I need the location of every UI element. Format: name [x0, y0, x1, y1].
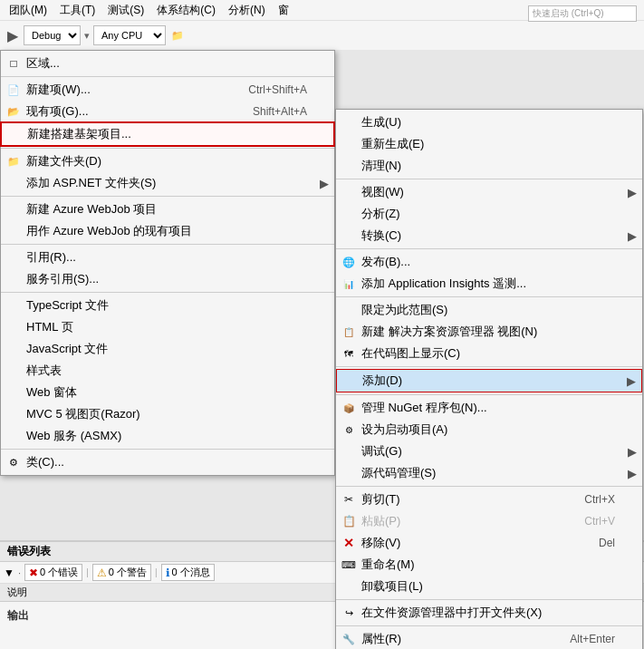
menu-item-region[interactable]: □ 区域...	[1, 53, 334, 74]
right-separator-4	[336, 366, 642, 367]
right-separator-7	[336, 599, 642, 600]
menu-item-paste: 📋 粘贴(P) Ctrl+V	[336, 510, 642, 532]
menu-team[interactable]: 团队(M)	[4, 1, 53, 20]
new-item-icon: 📄	[5, 84, 23, 96]
warning-count-badge[interactable]: ⚠ 0 个警告	[92, 564, 151, 581]
right-separator-8	[336, 625, 642, 626]
menu-item-view[interactable]: 视图(W) ▶	[336, 181, 642, 203]
quick-launch[interactable]: 快速启动 (Ctrl+Q)	[528, 5, 637, 22]
menu-item-azure-webjob[interactable]: 新建 Azure WebJob 项目	[1, 199, 334, 220]
menu-item-remove[interactable]: ✕ 移除(V) Del	[336, 532, 642, 554]
menu-item-properties[interactable]: 🔧 属性(R) Alt+Enter	[336, 628, 642, 649]
menu-item-set-startup[interactable]: ⚙ 设为启动项目(A)	[336, 419, 642, 441]
quick-launch-placeholder: 快速启动 (Ctrl+Q)	[533, 7, 604, 20]
source-control-arrow: ▶	[628, 467, 637, 480]
error-count-badge[interactable]: ✖ 0 个错误	[24, 564, 82, 581]
paste-icon: 📋	[340, 515, 358, 528]
menu-item-existing-item[interactable]: 📂 现有项(G)... Shift+Alt+A	[1, 101, 334, 122]
menu-item-rebuild[interactable]: 重新生成(E)	[336, 133, 642, 155]
menu-item-typescript[interactable]: TypeScript 文件	[1, 295, 334, 316]
vs-toolbar-row: ▶ Debug ▾ Any CPU 📁	[0, 20, 644, 50]
class-icon: ⚙	[5, 457, 23, 469]
menu-item-debug[interactable]: 调试(G) ▶	[336, 441, 642, 462]
menu-item-class[interactable]: ⚙ 类(C)...	[1, 451, 334, 473]
menu-item-build[interactable]: 生成(U)	[336, 111, 642, 133]
menu-analyze[interactable]: 分析(N)	[223, 1, 271, 20]
aspnet-arrow: ▶	[320, 177, 329, 190]
add-arrow: ▶	[627, 374, 636, 388]
vs-toolbar: 团队(M) 工具(T) 测试(S) 体系结构(C) 分析(N) 窗 快速启动 (…	[0, 0, 644, 50]
badge-separator-2: |	[155, 567, 158, 577]
menu-separator-5	[1, 292, 334, 293]
solution-explorer-icon[interactable]: 📁	[171, 30, 184, 42]
menu-item-add[interactable]: 添加(D) ▶	[336, 369, 642, 392]
view-arrow: ▶	[628, 186, 637, 199]
menu-item-new-scaffold[interactable]: 新建搭建基架项目...	[1, 122, 334, 146]
properties-icon: 🔧	[340, 634, 358, 645]
menu-item-new-folder[interactable]: 📁 新建文件夹(D)	[1, 150, 334, 172]
menu-item-unload[interactable]: 卸载项目(L)	[336, 576, 642, 597]
menu-item-analyze[interactable]: 分析(Z)	[336, 203, 642, 225]
menu-tools[interactable]: 工具(T)	[54, 1, 101, 20]
message-icon: ℹ	[166, 567, 170, 579]
menu-item-new-solution-view[interactable]: 📋 新建 解决方案资源管理器 视图(N)	[336, 321, 642, 343]
startup-icon: ⚙	[340, 425, 358, 435]
menu-item-html[interactable]: HTML 页	[1, 316, 334, 338]
cpu-platform-select[interactable]: Any CPU	[93, 25, 166, 45]
right-separator-1	[336, 179, 642, 179]
toolbar-arrow-icon[interactable]: ▶	[4, 27, 22, 44]
vs-menu-bar: 团队(M) 工具(T) 测试(S) 体系结构(C) 分析(N) 窗 快速启动 (…	[0, 0, 644, 20]
filter-icon[interactable]: ▼	[4, 567, 14, 579]
menu-item-source-control[interactable]: 源代码管理(S) ▶	[336, 462, 642, 484]
error-icon: ✖	[29, 567, 38, 579]
menu-item-web-service[interactable]: Web 服务 (ASMX)	[1, 425, 334, 447]
filter-separator: ·	[18, 567, 21, 578]
output-label: 输出	[7, 608, 29, 624]
open-folder-icon: ↪	[340, 607, 358, 619]
message-count-badge[interactable]: ℹ 0 个消息	[161, 564, 215, 581]
rename-icon: ⌨	[340, 559, 358, 571]
menu-item-publish[interactable]: 🌐 发布(B)...	[336, 251, 642, 273]
menu-item-show-codemap[interactable]: 🗺 在代码图上显示(C)	[336, 343, 642, 364]
menu-item-nuget[interactable]: 📦 管理 NuGet 程序包(N)...	[336, 397, 642, 419]
existing-item-icon: 📂	[5, 106, 23, 118]
right-separator-5	[336, 394, 642, 395]
solution-view-icon: 📋	[340, 327, 358, 337]
menu-separator-4	[1, 244, 334, 245]
menu-item-app-insights[interactable]: 📊 添加 Application Insights 遥测...	[336, 273, 642, 295]
cut-icon: ✂	[340, 493, 358, 506]
codemap-icon: 🗺	[340, 349, 358, 359]
right-separator-2	[336, 248, 642, 249]
badge-separator-1: |	[86, 567, 89, 577]
menu-item-open-folder[interactable]: ↪ 在文件资源管理器中打开文件夹(X)	[336, 602, 642, 624]
warning-icon: ⚠	[97, 567, 107, 579]
menu-item-existing-azure-webjob[interactable]: 用作 Azure WebJob 的现有项目	[1, 220, 334, 242]
menu-item-mvc-view[interactable]: MVC 5 视图页(Razor)	[1, 403, 334, 425]
menu-item-service-ref[interactable]: 服务引用(S)...	[1, 268, 334, 290]
menu-test[interactable]: 测试(S)	[102, 1, 149, 20]
publish-icon: 🌐	[340, 257, 358, 268]
debug-mode-select[interactable]: Debug	[24, 25, 81, 45]
menu-item-transform[interactable]: 转换(C) ▶	[336, 225, 642, 247]
menu-item-cut[interactable]: ✂ 剪切(T) Ctrl+X	[336, 489, 642, 510]
menu-item-clean[interactable]: 清理(N)	[336, 155, 642, 177]
region-icon: □	[5, 57, 23, 70]
menu-separator-2	[1, 148, 334, 149]
menu-item-rename[interactable]: ⌨ 重命名(M)	[336, 554, 642, 576]
menu-item-add-aspnet[interactable]: 添加 ASP.NET 文件夹(S) ▶	[1, 172, 334, 194]
right-separator-6	[336, 486, 642, 487]
menu-item-new-item[interactable]: 📄 新建项(W)... Ctrl+Shift+A	[1, 79, 334, 101]
menu-item-reference[interactable]: 引用(R)...	[1, 247, 334, 268]
menu-item-stylesheet[interactable]: 样式表	[1, 360, 334, 382]
toolbar-separator: ▾	[82, 30, 91, 42]
menu-separator-6	[1, 449, 334, 450]
menu-item-web-widget[interactable]: Web 窗体	[1, 382, 334, 403]
menu-architecture[interactable]: 体系结构(C)	[151, 1, 221, 20]
menu-item-javascript[interactable]: JavaScript 文件	[1, 338, 334, 360]
menu-item-limit-scope[interactable]: 限定为此范围(S)	[336, 299, 642, 321]
menu-window[interactable]: 窗	[273, 1, 294, 20]
folder-icon: 📁	[5, 156, 23, 168]
right-context-menu: 生成(U) 重新生成(E) 清理(N) 视图(W) ▶ 分析(Z) 转换(C) …	[335, 109, 643, 649]
insights-icon: 📊	[340, 279, 358, 289]
nuget-icon: 📦	[340, 403, 358, 413]
